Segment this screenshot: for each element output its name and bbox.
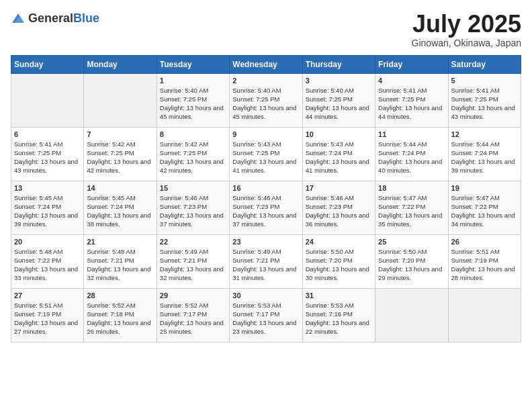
calendar-cell: 23Sunrise: 5:49 AM Sunset: 7:21 PM Dayli… (230, 234, 302, 288)
calendar-cell: 24Sunrise: 5:50 AM Sunset: 7:20 PM Dayli… (302, 234, 375, 288)
day-number: 4 (378, 77, 445, 85)
calendar-cell: 19Sunrise: 5:47 AM Sunset: 7:22 PM Dayli… (448, 181, 521, 234)
day-info: Sunrise: 5:50 AM Sunset: 7:20 PM Dayligh… (306, 247, 372, 283)
day-info: Sunrise: 5:44 AM Sunset: 7:24 PM Dayligh… (378, 140, 445, 175)
calendar-cell (375, 288, 448, 342)
calendar-cell: 18Sunrise: 5:47 AM Sunset: 7:22 PM Dayli… (375, 181, 448, 234)
logo-icon (11, 11, 26, 26)
day-number: 29 (160, 291, 226, 300)
calendar-cell: 17Sunrise: 5:46 AM Sunset: 7:23 PM Dayli… (302, 181, 375, 234)
day-info: Sunrise: 5:40 AM Sunset: 7:25 PM Dayligh… (160, 86, 226, 122)
day-number: 18 (378, 184, 445, 192)
calendar-cell: 3Sunrise: 5:40 AM Sunset: 7:25 PM Daylig… (302, 73, 375, 127)
logo-blue: Blue (73, 11, 99, 25)
day-number: 23 (232, 238, 299, 246)
calendar-cell: 27Sunrise: 5:51 AM Sunset: 7:19 PM Dayli… (11, 288, 84, 342)
day-info: Sunrise: 5:46 AM Sunset: 7:23 PM Dayligh… (306, 193, 372, 229)
calendar-cell: 4Sunrise: 5:41 AM Sunset: 7:25 PM Daylig… (375, 73, 448, 127)
header: GeneralBlue July 2025 Ginowan, Okinawa, … (11, 11, 521, 48)
day-number: 5 (451, 77, 518, 85)
day-info: Sunrise: 5:42 AM Sunset: 7:25 PM Dayligh… (160, 140, 226, 175)
calendar-cell: 8Sunrise: 5:42 AM Sunset: 7:25 PM Daylig… (157, 127, 229, 181)
weekday-header-saturday: Saturday (448, 55, 521, 73)
day-info: Sunrise: 5:45 AM Sunset: 7:24 PM Dayligh… (14, 193, 81, 229)
day-info: Sunrise: 5:49 AM Sunset: 7:21 PM Dayligh… (160, 247, 226, 283)
day-info: Sunrise: 5:47 AM Sunset: 7:22 PM Dayligh… (451, 193, 518, 229)
day-info: Sunrise: 5:48 AM Sunset: 7:22 PM Dayligh… (14, 247, 81, 283)
calendar-cell: 9Sunrise: 5:43 AM Sunset: 7:25 PM Daylig… (230, 127, 302, 181)
day-info: Sunrise: 5:46 AM Sunset: 7:23 PM Dayligh… (160, 193, 226, 229)
day-info: Sunrise: 5:45 AM Sunset: 7:24 PM Dayligh… (87, 193, 153, 229)
weekday-header-sunday: Sunday (11, 55, 84, 73)
calendar-week-2: 6Sunrise: 5:41 AM Sunset: 7:25 PM Daylig… (11, 127, 521, 181)
day-number: 9 (232, 130, 299, 138)
calendar-cell: 12Sunrise: 5:44 AM Sunset: 7:24 PM Dayli… (448, 127, 521, 181)
day-info: Sunrise: 5:50 AM Sunset: 7:20 PM Dayligh… (378, 247, 445, 283)
calendar-cell: 16Sunrise: 5:46 AM Sunset: 7:23 PM Dayli… (230, 181, 302, 234)
day-number: 11 (378, 130, 445, 138)
calendar-cell (11, 73, 84, 127)
day-info: Sunrise: 5:53 AM Sunset: 7:17 PM Dayligh… (232, 301, 299, 336)
day-number: 24 (306, 238, 372, 246)
calendar-cell: 25Sunrise: 5:50 AM Sunset: 7:20 PM Dayli… (375, 234, 448, 288)
calendar-cell: 1Sunrise: 5:40 AM Sunset: 7:25 PM Daylig… (157, 73, 229, 127)
day-number: 20 (14, 238, 81, 246)
location-title: Ginowan, Okinawa, Japan (412, 38, 521, 48)
calendar-cell (84, 73, 157, 127)
day-number: 13 (14, 184, 81, 192)
weekday-header-thursday: Thursday (302, 55, 375, 73)
day-number: 26 (451, 238, 518, 246)
day-info: Sunrise: 5:47 AM Sunset: 7:22 PM Dayligh… (378, 193, 445, 229)
day-info: Sunrise: 5:43 AM Sunset: 7:25 PM Dayligh… (232, 140, 299, 175)
day-number: 19 (451, 184, 518, 192)
calendar-cell: 13Sunrise: 5:45 AM Sunset: 7:24 PM Dayli… (11, 181, 84, 234)
day-info: Sunrise: 5:43 AM Sunset: 7:24 PM Dayligh… (306, 140, 372, 175)
day-number: 28 (87, 291, 153, 300)
day-info: Sunrise: 5:51 AM Sunset: 7:19 PM Dayligh… (14, 301, 81, 336)
day-info: Sunrise: 5:41 AM Sunset: 7:25 PM Dayligh… (451, 86, 518, 122)
day-number: 16 (232, 184, 299, 192)
weekday-header-tuesday: Tuesday (157, 55, 229, 73)
calendar-cell: 20Sunrise: 5:48 AM Sunset: 7:22 PM Dayli… (11, 234, 84, 288)
day-info: Sunrise: 5:41 AM Sunset: 7:25 PM Dayligh… (378, 86, 445, 122)
calendar-cell: 29Sunrise: 5:52 AM Sunset: 7:17 PM Dayli… (157, 288, 229, 342)
calendar-cell: 30Sunrise: 5:53 AM Sunset: 7:17 PM Dayli… (230, 288, 302, 342)
day-info: Sunrise: 5:40 AM Sunset: 7:25 PM Dayligh… (232, 86, 299, 122)
day-number: 3 (306, 77, 372, 85)
day-number: 6 (14, 130, 81, 138)
day-number: 22 (160, 238, 226, 246)
weekday-header-wednesday: Wednesday (230, 55, 302, 73)
day-info: Sunrise: 5:52 AM Sunset: 7:17 PM Dayligh… (160, 301, 226, 336)
calendar-cell (448, 288, 521, 342)
day-number: 21 (87, 238, 153, 246)
day-info: Sunrise: 5:48 AM Sunset: 7:21 PM Dayligh… (87, 247, 153, 283)
calendar-cell: 14Sunrise: 5:45 AM Sunset: 7:24 PM Dayli… (84, 181, 157, 234)
day-info: Sunrise: 5:44 AM Sunset: 7:24 PM Dayligh… (451, 140, 518, 175)
calendar-cell: 21Sunrise: 5:48 AM Sunset: 7:21 PM Dayli… (84, 234, 157, 288)
day-number: 1 (160, 77, 226, 85)
calendar-cell: 6Sunrise: 5:41 AM Sunset: 7:25 PM Daylig… (11, 127, 84, 181)
day-info: Sunrise: 5:51 AM Sunset: 7:19 PM Dayligh… (451, 247, 518, 283)
calendar-week-3: 13Sunrise: 5:45 AM Sunset: 7:24 PM Dayli… (11, 181, 521, 234)
calendar-cell: 10Sunrise: 5:43 AM Sunset: 7:24 PM Dayli… (302, 127, 375, 181)
calendar-cell: 26Sunrise: 5:51 AM Sunset: 7:19 PM Dayli… (448, 234, 521, 288)
month-title: July 2025 (412, 11, 521, 38)
day-info: Sunrise: 5:41 AM Sunset: 7:25 PM Dayligh… (14, 140, 81, 175)
calendar-cell: 2Sunrise: 5:40 AM Sunset: 7:25 PM Daylig… (230, 73, 302, 127)
calendar-cell: 22Sunrise: 5:49 AM Sunset: 7:21 PM Dayli… (157, 234, 229, 288)
weekday-header-monday: Monday (84, 55, 157, 73)
day-info: Sunrise: 5:46 AM Sunset: 7:23 PM Dayligh… (232, 193, 299, 229)
day-info: Sunrise: 5:52 AM Sunset: 7:18 PM Dayligh… (87, 301, 153, 336)
day-number: 7 (87, 130, 153, 138)
calendar-cell: 28Sunrise: 5:52 AM Sunset: 7:18 PM Dayli… (84, 288, 157, 342)
day-number: 25 (378, 238, 445, 246)
calendar-cell: 11Sunrise: 5:44 AM Sunset: 7:24 PM Dayli… (375, 127, 448, 181)
day-number: 14 (87, 184, 153, 192)
day-number: 30 (232, 291, 299, 300)
calendar-cell: 31Sunrise: 5:53 AM Sunset: 7:16 PM Dayli… (302, 288, 375, 342)
calendar-cell: 15Sunrise: 5:46 AM Sunset: 7:23 PM Dayli… (157, 181, 229, 234)
calendar-week-4: 20Sunrise: 5:48 AM Sunset: 7:22 PM Dayli… (11, 234, 521, 288)
calendar-table: SundayMondayTuesdayWednesdayThursdayFrid… (11, 55, 521, 342)
weekday-header-friday: Friday (375, 55, 448, 73)
day-info: Sunrise: 5:42 AM Sunset: 7:25 PM Dayligh… (87, 140, 153, 175)
